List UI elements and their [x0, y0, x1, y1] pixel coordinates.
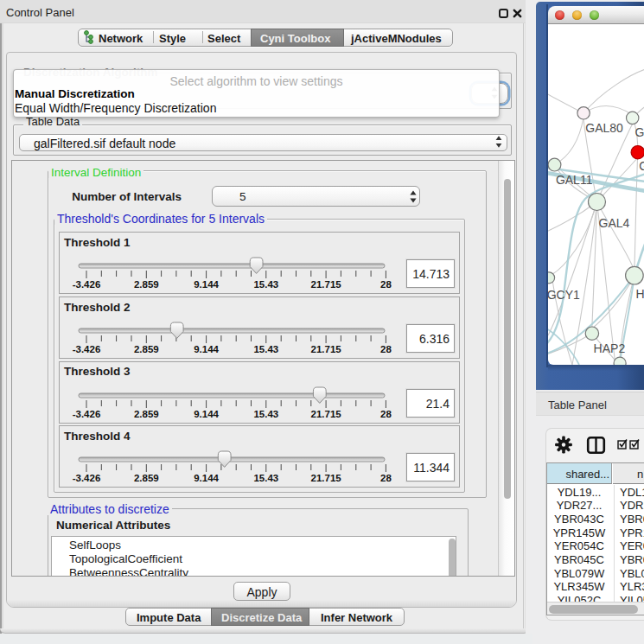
svg-text:21.715: 21.715	[311, 344, 342, 354]
svg-text:GAL11: GAL11	[555, 172, 592, 186]
svg-text:28: 28	[380, 473, 392, 483]
svg-text:9.144: 9.144	[194, 473, 219, 483]
svg-text:9.144: 9.144	[194, 409, 219, 419]
svg-text:2.859: 2.859	[134, 473, 159, 483]
svg-text:21.715: 21.715	[311, 409, 342, 419]
svg-text:2.859: 2.859	[134, 279, 159, 290]
svg-text:-3.426: -3.426	[73, 409, 101, 419]
svg-text:GAL4: GAL4	[598, 215, 629, 229]
svg-text:GA: GA	[634, 124, 644, 138]
svg-text:28: 28	[380, 344, 392, 354]
svg-text:21.715: 21.715	[311, 279, 342, 290]
svg-text:15.43: 15.43	[253, 473, 278, 483]
svg-text:-3.426: -3.426	[73, 279, 101, 290]
svg-text:9.144: 9.144	[194, 344, 219, 354]
svg-text:2.859: 2.859	[134, 409, 159, 419]
svg-text:G: G	[639, 159, 644, 173]
svg-text:HAP2: HAP2	[593, 341, 625, 355]
svg-text:15.43: 15.43	[253, 279, 278, 290]
svg-text:2.859: 2.859	[134, 344, 159, 354]
svg-text:GCY1: GCY1	[548, 288, 580, 302]
svg-text:15.43: 15.43	[253, 344, 278, 354]
svg-text:H: H	[635, 286, 644, 300]
svg-text:9.144: 9.144	[194, 279, 219, 290]
svg-text:21.715: 21.715	[311, 473, 342, 483]
svg-text:GAL80: GAL80	[585, 121, 623, 135]
svg-text:-3.426: -3.426	[73, 344, 101, 354]
svg-text:28: 28	[380, 279, 392, 290]
svg-text:-3.426: -3.426	[73, 473, 101, 483]
svg-text:28: 28	[380, 409, 392, 419]
svg-text:15.43: 15.43	[253, 409, 278, 419]
